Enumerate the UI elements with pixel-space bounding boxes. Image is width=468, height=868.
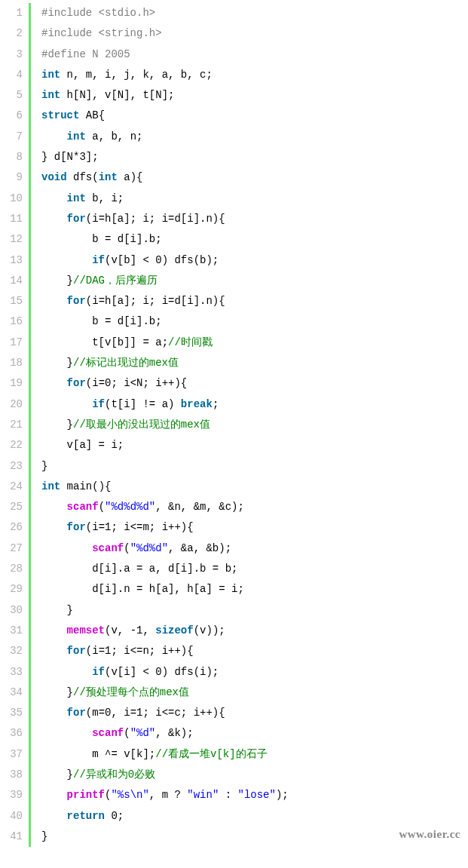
line-number: 3 bbox=[0, 44, 23, 65]
token-plain: n, m, i, j, k, a, b, c; bbox=[60, 69, 213, 81]
code-line: #include <stdio.h> bbox=[41, 3, 468, 23]
token-plain: } bbox=[41, 419, 73, 431]
token-fn: scanf bbox=[67, 501, 99, 513]
token-plain bbox=[41, 624, 67, 636]
token-plain: } bbox=[41, 768, 73, 781]
token-plain: (i=h[a]; i; i=d[i].n){ bbox=[86, 295, 225, 307]
line-number: 33 bbox=[0, 662, 23, 682]
code-line: v[a] = i; bbox=[41, 435, 468, 455]
token-kw: break bbox=[181, 398, 213, 410]
token-plain bbox=[41, 666, 92, 678]
line-number: 35 bbox=[0, 703, 23, 723]
token-plain bbox=[41, 377, 67, 389]
code-line: int h[N], v[N], t[N]; bbox=[41, 85, 468, 106]
token-plain: ( bbox=[124, 727, 130, 739]
code-line: }//异或和为0必败 bbox=[41, 765, 468, 785]
token-plain bbox=[41, 130, 67, 143]
line-number: 19 bbox=[0, 373, 23, 394]
code-line: d[i].n = h[a], h[a] = i; bbox=[41, 579, 468, 600]
line-number: 29 bbox=[0, 579, 23, 600]
token-plain: : bbox=[219, 789, 237, 801]
line-number: 22 bbox=[0, 435, 23, 455]
token-plain bbox=[41, 789, 67, 801]
line-number: 38 bbox=[0, 765, 23, 785]
line-number: 34 bbox=[0, 682, 23, 703]
code-line: t[v[b]] = a;//时间戳 bbox=[41, 333, 468, 353]
line-number: 20 bbox=[0, 394, 23, 415]
token-plain: b = d[i].b; bbox=[41, 233, 162, 245]
token-plain: v[a] = i; bbox=[41, 439, 124, 451]
line-number: 40 bbox=[0, 806, 23, 827]
token-plain: , m ? bbox=[149, 789, 187, 801]
line-number: 25 bbox=[0, 497, 23, 517]
token-plain: d[i].a = a, d[i].b = b; bbox=[41, 563, 237, 575]
token-plain bbox=[41, 213, 67, 225]
token-plain: , &n, &m, &c); bbox=[155, 501, 244, 513]
code-line: if(v[i] < 0) dfs(i); bbox=[41, 662, 468, 682]
line-number: 1 bbox=[0, 3, 23, 23]
token-plain bbox=[41, 295, 67, 307]
code-line: for(i=1; i<=n; i++){ bbox=[41, 641, 468, 661]
token-plain: (v)); bbox=[194, 624, 225, 636]
token-plain: (i=1; i<=m; i++){ bbox=[86, 521, 194, 533]
token-plain: ( bbox=[99, 501, 105, 513]
token-kw: for bbox=[67, 707, 86, 719]
code-block: 1234567891011121314151617181920212223242… bbox=[0, 0, 468, 850]
line-number: 32 bbox=[0, 641, 23, 661]
token-kw: if bbox=[92, 666, 105, 678]
token-plain: d[i].n = h[a], h[a] = i; bbox=[41, 583, 244, 595]
token-cmt: //异或和为0必败 bbox=[73, 768, 155, 781]
token-str: "%d%d" bbox=[130, 542, 168, 554]
token-plain: ); bbox=[276, 789, 289, 801]
code-line: }//取最小的没出现过的mex值 bbox=[41, 415, 468, 435]
line-number: 7 bbox=[0, 127, 23, 147]
code-line: b = d[i].b; bbox=[41, 311, 468, 332]
code-line: } bbox=[41, 600, 468, 621]
code-line: m ^= v[k];//看成一堆v[k]的石子 bbox=[41, 744, 468, 765]
token-plain: ( bbox=[124, 542, 130, 554]
code-line: } bbox=[41, 456, 468, 477]
token-plain: dfs( bbox=[67, 171, 99, 183]
token-plain bbox=[41, 521, 67, 533]
token-plain: } bbox=[41, 604, 73, 616]
line-number: 41 bbox=[0, 827, 23, 847]
token-plain: } d[N*3]; bbox=[41, 151, 99, 163]
code-line: for(i=h[a]; i; i=d[i].n){ bbox=[41, 209, 468, 229]
line-number: 4 bbox=[0, 65, 23, 85]
line-number: 27 bbox=[0, 538, 23, 559]
token-plain: } bbox=[41, 686, 73, 698]
token-kw: int bbox=[67, 130, 86, 143]
code-line: printf("%s\n", m ? "win" : "lose"); bbox=[41, 785, 468, 805]
code-line: scanf("%d", &k); bbox=[41, 723, 468, 744]
code-content: #include <stdio.h>#include <string.h>#de… bbox=[31, 3, 468, 847]
line-number: 12 bbox=[0, 229, 23, 250]
code-line: b = d[i].b; bbox=[41, 229, 468, 250]
token-plain bbox=[41, 645, 67, 657]
token-cmt: //标记出现过的mex值 bbox=[73, 357, 179, 369]
code-line: struct AB{ bbox=[41, 106, 468, 126]
token-plain bbox=[41, 707, 67, 719]
token-cmt: //DAG，后序遍历 bbox=[73, 275, 158, 287]
line-number-gutter: 1234567891011121314151617181920212223242… bbox=[0, 3, 29, 847]
code-line: scanf("%d%d%d", &n, &m, &c); bbox=[41, 497, 468, 517]
token-kw: for bbox=[67, 213, 86, 225]
line-number: 11 bbox=[0, 209, 23, 229]
token-plain: t[v[b]] = a; bbox=[41, 336, 168, 348]
line-number: 8 bbox=[0, 147, 23, 167]
token-kw: for bbox=[67, 521, 86, 533]
line-number: 37 bbox=[0, 744, 23, 765]
token-plain: m ^= v[k]; bbox=[41, 748, 155, 760]
token-cmt: //取最小的没出现过的mex值 bbox=[73, 419, 210, 431]
token-plain: AB{ bbox=[79, 109, 105, 121]
line-number: 5 bbox=[0, 85, 23, 106]
token-cmt: //时间戳 bbox=[168, 336, 213, 348]
token-kw: int bbox=[67, 192, 86, 204]
token-plain: main(){ bbox=[60, 480, 111, 492]
code-line: if(t[i] != a) break; bbox=[41, 394, 468, 415]
token-fn: scanf bbox=[92, 727, 124, 739]
line-number: 30 bbox=[0, 600, 23, 621]
token-kw: sizeof bbox=[155, 624, 193, 636]
code-line: for(m=0, i=1; i<=c; i++){ bbox=[41, 703, 468, 723]
token-plain: , &k); bbox=[155, 727, 193, 739]
line-number: 6 bbox=[0, 106, 23, 126]
